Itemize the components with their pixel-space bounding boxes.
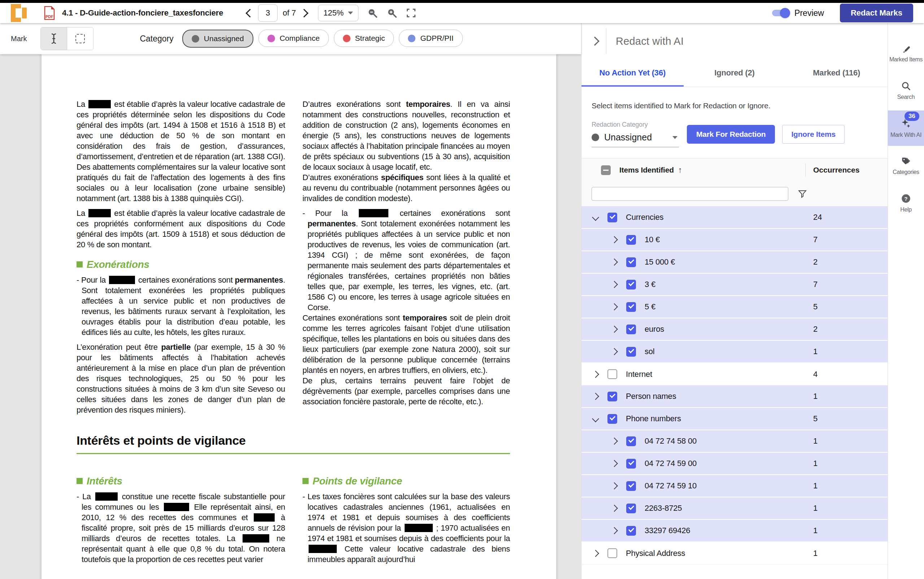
page-number-input[interactable] [258, 4, 278, 22]
item-row[interactable]: Person names1 [581, 386, 888, 408]
redaction-box [88, 100, 111, 108]
item-checkbox[interactable] [626, 504, 636, 513]
category-pill-strategic[interactable]: Strategic [334, 29, 394, 47]
rail-item-label: Search [897, 94, 914, 100]
tab-ignored-2-[interactable]: Ignored (2) [684, 59, 786, 87]
item-checkbox[interactable] [607, 213, 617, 222]
chevron-down-icon[interactable] [592, 415, 599, 422]
rail-item-marked-items[interactable]: Marked Items [888, 35, 924, 71]
item-row[interactable]: 2263-87251 [581, 497, 888, 520]
tab-marked-116-[interactable]: Marked (116) [785, 59, 888, 87]
zoom-level-select[interactable]: 125% [318, 5, 358, 21]
item-row[interactable]: 3 €7 [581, 274, 888, 296]
tab-no-action-yet-36-[interactable]: No Action Yet (36) [581, 59, 684, 87]
select-all-checkbox[interactable] [601, 165, 611, 175]
category-pills: UnassignedComplianceStrategicGDPR/PII [182, 29, 463, 47]
item-checkbox[interactable] [607, 548, 617, 558]
item-row[interactable]: sol1 [581, 341, 888, 363]
redact-marks-button[interactable]: Redact Marks [840, 3, 913, 22]
item-checkbox[interactable] [626, 526, 636, 536]
item-checkbox[interactable] [607, 414, 617, 424]
zoom-in-button[interactable] [387, 8, 397, 18]
item-checkbox[interactable] [626, 347, 636, 357]
chevron-right-icon[interactable] [611, 258, 618, 266]
chevron-right-icon[interactable] [611, 325, 618, 333]
panel-title: Redact with AI [616, 35, 684, 47]
item-label: 04 72 74 59 00 [644, 459, 697, 468]
item-row[interactable]: 04 72 74 59 101 [581, 475, 888, 497]
item-occurrence-count: 24 [813, 213, 822, 222]
item-checkbox[interactable] [626, 302, 636, 312]
item-row[interactable]: Phone numbers5 [581, 408, 888, 430]
mark-for-redaction-button[interactable]: Mark For Redaction [687, 125, 775, 144]
item-row[interactable]: Currencies24 [581, 206, 888, 229]
rail-item-help[interactable]: ?Help [888, 186, 924, 221]
area-select-tool-button[interactable] [67, 28, 93, 50]
item-row[interactable]: 15 000 €2 [581, 251, 888, 274]
chevron-down-icon[interactable] [592, 214, 599, 221]
filter-funnel-icon[interactable] [798, 189, 807, 198]
item-row[interactable]: euros2 [581, 318, 888, 341]
ignore-items-button[interactable]: Ignore Items [782, 125, 844, 144]
item-row[interactable]: 04 72 74 59 001 [581, 453, 888, 475]
document-title: 4.1 - D-Guide-action-fonciere_taxesfonci… [62, 8, 223, 18]
chevron-right-icon[interactable] [611, 437, 618, 445]
chevron-right-icon[interactable] [611, 505, 618, 512]
item-checkbox[interactable] [607, 369, 617, 379]
chevron-right-icon[interactable] [592, 550, 599, 557]
next-page-button[interactable] [299, 9, 308, 17]
item-row[interactable]: 33297 694261 [581, 520, 888, 542]
item-label: euros [644, 324, 664, 334]
chevron-right-icon[interactable] [611, 527, 618, 534]
item-row[interactable]: Physical Address1 [581, 542, 888, 564]
item-row[interactable]: 5 €5 [581, 296, 888, 318]
redaction-box [95, 492, 118, 500]
preview-toggle-knob [780, 8, 790, 18]
document-viewport[interactable]: La est établie d’après la valeur locativ… [0, 54, 581, 579]
item-row[interactable]: 10 €7 [581, 229, 888, 251]
category-pill-gdpr-pii[interactable]: GDPR/PII [399, 29, 462, 47]
item-checkbox[interactable] [626, 324, 636, 334]
redaction-box [405, 524, 433, 532]
item-checkbox[interactable] [626, 437, 636, 446]
redaction-category-select[interactable]: Unassigned [592, 129, 679, 147]
chevron-right-icon[interactable] [611, 460, 618, 467]
item-row[interactable]: Internet4 [581, 363, 888, 386]
sort-ascending-icon[interactable]: ↑ [678, 165, 682, 175]
item-checkbox[interactable] [626, 280, 636, 290]
preview-toggle[interactable] [772, 10, 789, 16]
item-label: 15 000 € [644, 257, 675, 267]
svg-text:PDF: PDF [46, 15, 54, 19]
chevron-right-icon[interactable] [611, 236, 618, 243]
chevron-right-icon[interactable] [611, 482, 618, 489]
chevron-right-icon[interactable] [611, 281, 618, 288]
item-checkbox[interactable] [626, 235, 636, 245]
previous-page-button[interactable] [246, 9, 255, 17]
item-checkbox[interactable] [626, 459, 636, 469]
text-select-tool-button[interactable] [41, 28, 67, 50]
rail-item-categories[interactable]: Categories [888, 148, 924, 183]
items-filter-input[interactable] [592, 187, 788, 201]
item-row[interactable]: 04 72 74 58 001 [581, 430, 888, 453]
category-pill-compliance[interactable]: Compliance [258, 29, 329, 47]
top-bar: PDF 4.1 - D-Guide-action-fonciere_taxesf… [0, 3, 924, 23]
rail-item-label: Help [900, 206, 911, 213]
chevron-right-icon[interactable] [592, 393, 599, 400]
item-checkbox[interactable] [607, 392, 617, 401]
document-paragraph: - La constitue une recette fiscale subst… [77, 491, 285, 564]
chevron-right-icon[interactable] [592, 371, 599, 378]
zoom-out-button[interactable] [367, 8, 378, 18]
pdf-page: La est établie d’après la valeur locativ… [41, 54, 556, 579]
collapse-panel-chevron-icon[interactable] [590, 36, 599, 46]
item-checkbox[interactable] [626, 481, 636, 491]
chevron-right-icon[interactable] [611, 303, 618, 311]
fullscreen-button[interactable] [406, 8, 416, 18]
item-checkbox[interactable] [626, 257, 636, 267]
chevron-right-icon[interactable] [611, 348, 618, 355]
items-list: Currencies2410 €715 000 €23 €75 €5euros2… [581, 206, 888, 579]
document-paragraph: - Pour la certaines exonérations sont pe… [303, 208, 510, 312]
category-pill-unassigned[interactable]: Unassigned [182, 29, 253, 47]
rail-item-mark-with-ai[interactable]: 36Mark With AI [888, 110, 924, 146]
rail-item-search[interactable]: Search [888, 73, 924, 108]
item-occurrence-count: 1 [813, 347, 818, 356]
